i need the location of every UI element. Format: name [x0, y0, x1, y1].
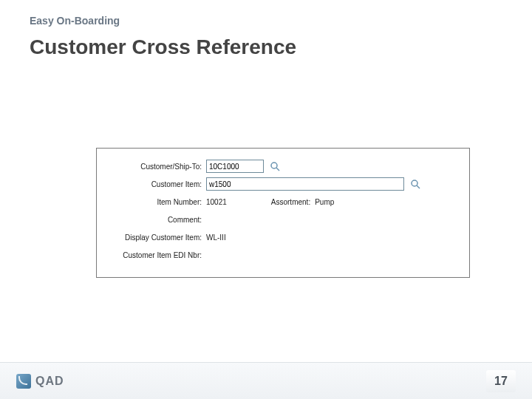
form-panel: Customer/Ship-To: Customer Item: It: [96, 148, 470, 278]
brand-text: QAD: [35, 375, 64, 388]
svg-line-1: [276, 168, 279, 171]
label-customer-item: Customer Item:: [106, 180, 206, 188]
value-item-number: 10021: [206, 198, 227, 206]
lookup-customer-ship-to[interactable]: [268, 160, 282, 173]
label-customer-item-edi-nbr: Customer Item EDI Nbr:: [106, 251, 206, 259]
search-icon: [270, 161, 280, 171]
label-display-customer-item: Display Customer Item:: [106, 233, 206, 242]
label-assortment: Assortment:: [271, 198, 315, 206]
label-comment: Comment:: [106, 216, 206, 224]
value-assortment: Pump: [315, 198, 334, 206]
page-title: Customer Cross Reference: [30, 35, 296, 59]
svg-point-0: [271, 163, 277, 168]
input-customer-item[interactable]: [206, 177, 404, 191]
label-customer-ship-to: Customer/Ship-To:: [106, 163, 206, 171]
label-item-number: Item Number:: [106, 198, 206, 206]
lookup-customer-item[interactable]: [409, 177, 422, 191]
page-number: 17: [486, 370, 516, 392]
footer: QAD 17: [0, 362, 532, 399]
brand-mark-icon: [16, 374, 31, 389]
value-display-customer-item: WL-III: [206, 233, 226, 242]
svg-point-2: [412, 180, 417, 186]
search-icon: [410, 179, 420, 189]
section-pretitle: Easy On-Boarding: [30, 15, 120, 27]
brand-logo: QAD: [16, 374, 64, 389]
input-customer-ship-to[interactable]: [206, 160, 264, 173]
svg-line-3: [417, 185, 420, 188]
